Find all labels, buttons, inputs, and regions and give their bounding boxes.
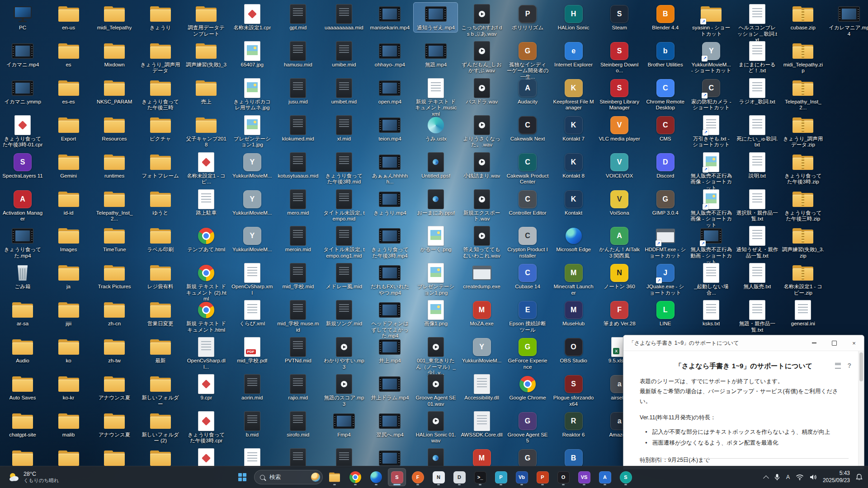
desktop-icon[interactable]: きょうり食ってた午後3時.cpr — [184, 410, 228, 445]
desktop-icon[interactable]: CCMS — [643, 114, 687, 143]
taskbar-app-paint[interactable]: P — [492, 468, 510, 486]
dialog-scrollbar[interactable] — [858, 351, 864, 469]
desktop-icon[interactable]: 調声練習(失敗)_3.zip — [781, 225, 825, 260]
desktop-icon[interactable]: きょうり食ってた午後三時.zip — [781, 188, 825, 223]
taskbar-app-dev-tool[interactable]: A — [596, 468, 614, 486]
desktop-icon[interactable]: きょうり食ってた.mp4 — [1, 225, 45, 260]
desktop-icon[interactable]: JJQuake.exe - ショートカット — [643, 262, 687, 297]
desktop-icon[interactable]: きょうり食ってた午後3時.zip — [781, 151, 825, 186]
desktop-icon[interactable]: プレゼンテーション1.png — [414, 262, 458, 297]
desktop-icon[interactable]: YYukkuriMovieM... — [230, 188, 274, 217]
desktop-icon[interactable]: Mixdown — [93, 40, 137, 69]
desktop-icon[interactable]: b.mid — [230, 410, 274, 439]
desktop-icon[interactable]: 営業日変更 — [138, 299, 182, 328]
desktop-icon[interactable]: 答え知っててもむいわこれ.wav — [460, 225, 504, 260]
desktop-icon[interactable]: あぁぁんhhhhhh... — [368, 151, 412, 186]
ime-indicator[interactable]: A — [786, 474, 790, 480]
desktop-icon[interactable]: Auto Saves — [1, 373, 45, 402]
taskbar-app-visual-studio[interactable]: VS — [575, 468, 593, 486]
desktop-icon[interactable]: 死にたい_ゅ歌詞.txt — [735, 114, 779, 149]
desktop-icon[interactable]: 新規エクスポート.wav — [460, 188, 504, 223]
desktop-icon[interactable]: 無題・親作品一覧.txt — [735, 299, 779, 334]
desktop-icon[interactable]: cubase.zip — [781, 3, 825, 32]
desktop-icon[interactable]: 新規ソング.mid — [322, 299, 366, 328]
desktop-icon[interactable]: Export — [47, 114, 90, 143]
desktop-icon[interactable]: 翌尻へ.mp4 — [368, 410, 412, 439]
desktop-icon[interactable]: きょうり_調声用データ — [138, 40, 182, 75]
desktop-icon[interactable]: umibe.mid — [322, 40, 366, 69]
desktop-icon[interactable]: Pポリリリズム — [506, 3, 550, 32]
desktop-icon[interactable]: aorin.mid — [230, 373, 274, 402]
desktop-icon[interactable]: テンプあて.html — [184, 225, 228, 254]
taskbar-app-chrome[interactable] — [346, 468, 364, 486]
menu-icon[interactable] — [835, 363, 841, 369]
desktop-icon[interactable]: 名称未設定1.cpr — [230, 3, 274, 32]
desktop-icon[interactable]: eInternet Explorer — [552, 40, 595, 69]
desktop-icon[interactable]: mid_学校.pdf — [230, 336, 274, 365]
desktop-icon[interactable]: きょうり_調声用データ.zip — [781, 114, 825, 149]
desktop-icon[interactable]: 新しいフォルダー — [138, 373, 182, 408]
desktop-icon[interactable]: 65407.jpg — [230, 40, 274, 69]
desktop-icon[interactable]: AActivation Manager — [1, 188, 45, 223]
desktop-icon[interactable]: 新規 テキスト ドキュメント.html — [184, 299, 228, 334]
desktop-icon[interactable]: meroin.mid — [276, 225, 320, 254]
desktop-icon[interactable]: 新規 テキスト ドキュメント.musicxml — [414, 77, 458, 118]
desktop-icon[interactable]: Untitled.ppsf — [414, 151, 458, 180]
desktop-icon[interactable]: 井上.mp4 — [368, 336, 412, 365]
start-button[interactable] — [233, 468, 251, 486]
desktop-icon[interactable]: PVTNd.mid — [276, 336, 320, 365]
desktop-icon[interactable]: es — [47, 40, 90, 69]
desktop-icon[interactable]: HALion Sonic 01.wav — [414, 410, 458, 445]
volume-icon[interactable] — [810, 474, 817, 480]
desktop-icon[interactable]: Google Chrome — [506, 373, 550, 402]
desktop-icon[interactable]: 路上駐車 — [184, 188, 228, 217]
dialog-titlebar[interactable]: 「さよなら手書き 1~9」のサポートについて × — [623, 335, 864, 351]
desktop-icon[interactable]: アナウンス夏 — [93, 373, 137, 402]
desktop-icon[interactable]: KKontakt 7 — [552, 114, 595, 143]
desktop-icon[interactable]: SSteinberg Downlo... — [598, 40, 642, 75]
desktop-icon[interactable]: open.mp4 — [368, 77, 412, 106]
desktop-icon[interactable]: _起動しない場合... — [689, 262, 733, 297]
desktop-icon[interactable]: きょうり — [138, 3, 182, 32]
search-box[interactable]: 検索 — [254, 470, 323, 484]
desktop-icon[interactable]: gpt.mid — [276, 3, 320, 32]
desktop-icon[interactable]: かるーく.png — [414, 225, 458, 254]
desktop-icon[interactable]: PC — [1, 3, 45, 32]
desktop-icon[interactable]: よりうさくなった。.wav — [460, 114, 504, 149]
desktop-icon[interactable]: 無題のスコア.mp3 — [322, 373, 366, 408]
desktop-icon[interactable]: teion.mp4 — [368, 114, 412, 143]
desktop-icon[interactable]: ゆうと — [138, 188, 182, 217]
desktop-icon[interactable]: Accessibility.dll — [460, 373, 504, 402]
desktop-icon[interactable]: ar-sa — [1, 299, 45, 328]
desktop-icon[interactable]: ohhayo-.mp4 — [368, 40, 412, 69]
desktop-icon[interactable]: 井上ドラム.mp4 — [368, 373, 412, 402]
desktop-icon[interactable]: 新しいフォルダー (2) — [138, 410, 182, 445]
desktop-icon[interactable]: mid_学校.mid — [276, 262, 320, 291]
desktop-icon[interactable]: Groove Agent SE 01.wav — [414, 373, 458, 408]
desktop-icon[interactable]: CCrypton Product Installer — [506, 225, 550, 260]
desktop-icon[interactable]: タイトル未設定, tempo.mid — [322, 188, 366, 223]
desktop-icon[interactable]: zh-cn — [93, 299, 137, 328]
close-button[interactable]: × — [844, 335, 864, 351]
desktop-icon[interactable]: klokumed.mid — [276, 114, 320, 143]
desktop-icon[interactable]: KKontakt 8 — [552, 151, 595, 180]
desktop-icon[interactable]: 通知うぜえ・親作品一覧.txt — [735, 225, 779, 260]
desktop-icon[interactable]: SPlogue sforzando x64 — [552, 373, 595, 408]
desktop-icon[interactable]: createdump.exe — [460, 262, 504, 291]
desktop-icon[interactable]: ラベル印刷 — [138, 225, 182, 254]
desktop-icon[interactable]: jijii — [47, 299, 90, 328]
taskbar-app-teal-app[interactable]: S — [617, 468, 635, 486]
scrollbar-thumb[interactable] — [859, 352, 863, 381]
desktop-icon[interactable]: 名称未設定1 - コピ... — [184, 151, 228, 186]
desktop-icon[interactable]: 無人販売不正行為 動画 - ショートカット — [689, 225, 733, 266]
desktop-icon[interactable]: 9.cpr — [184, 373, 228, 402]
desktop-icon[interactable]: id-id — [47, 188, 90, 217]
desktop-icon[interactable]: CChrome Remote Desktop — [643, 77, 687, 112]
desktop-icon[interactable]: YYukkuriMovieM... - ショートカット — [689, 40, 733, 75]
desktop-icon[interactable]: バスドラ.wav — [460, 77, 504, 106]
desktop-icon[interactable]: メドレー風.mid — [322, 262, 366, 291]
desktop-icon[interactable]: Telepathy_Inst_2... — [93, 188, 137, 223]
desktop-icon[interactable]: xl.mid — [322, 114, 366, 143]
desktop-icon[interactable]: CCakewalk Next — [506, 114, 550, 143]
desktop-icon[interactable]: Gemini — [47, 151, 90, 180]
